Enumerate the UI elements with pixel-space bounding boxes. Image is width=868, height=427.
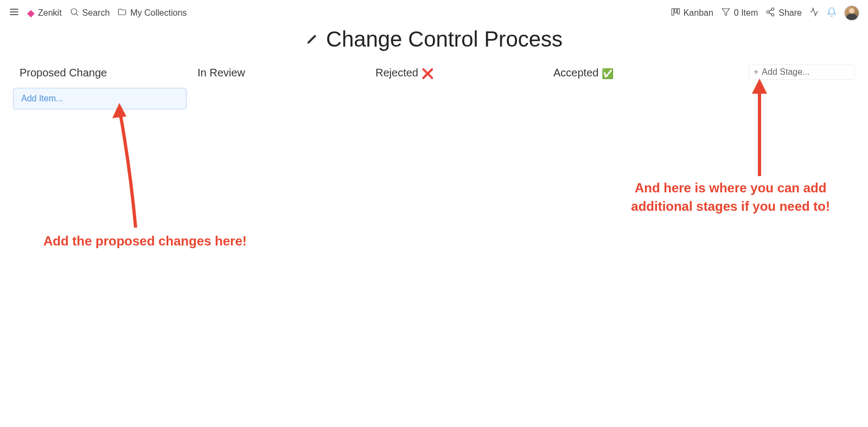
bell-icon xyxy=(827,7,837,19)
kanban-icon xyxy=(671,7,680,19)
add-item-input[interactable] xyxy=(13,88,187,109)
annotation-left: Add the proposed changes here! xyxy=(43,232,247,250)
share-icon xyxy=(765,7,775,19)
annotation-arrow-right xyxy=(743,79,776,179)
annotation-right-line1: And here is where you can add xyxy=(635,180,826,195)
filter-icon xyxy=(721,7,731,19)
collections-label: My Collections xyxy=(130,8,187,18)
svg-marker-14 xyxy=(112,103,126,118)
view-mode-label: Kanban xyxy=(684,8,713,18)
annotation-right: And here is where you can add additional… xyxy=(631,179,830,215)
header-right: Kanban 0 Item Share xyxy=(671,5,859,21)
column-header[interactable]: Proposed Change xyxy=(13,62,187,83)
column-accepted: Accepted ✅ xyxy=(547,62,720,88)
diamond-icon: ◆ xyxy=(27,7,35,19)
column-label: Rejected xyxy=(375,67,418,79)
title-wrapper[interactable]: Change Control Process xyxy=(305,27,563,51)
search-label: Search xyxy=(82,8,110,18)
column-in-review: In Review xyxy=(191,62,365,88)
add-stage-button[interactable]: + xyxy=(749,64,855,80)
column-label: Proposed Change xyxy=(20,67,107,79)
svg-line-12 xyxy=(769,10,772,11)
avatar[interactable] xyxy=(844,5,859,21)
column-label: In Review xyxy=(197,67,245,79)
column-label: Accepted xyxy=(553,67,598,79)
filter-label: 0 Item xyxy=(734,8,758,18)
check-icon: ✅ xyxy=(602,68,614,79)
filter-button[interactable]: 0 Item xyxy=(721,7,758,19)
svg-line-13 xyxy=(769,12,772,14)
svg-rect-6 xyxy=(674,9,676,13)
share-label: Share xyxy=(778,8,802,18)
notifications-button[interactable] xyxy=(827,7,837,19)
folder-icon xyxy=(117,7,127,19)
column-proposed-change: Proposed Change xyxy=(13,62,187,109)
share-button[interactable]: Share xyxy=(765,7,802,19)
column-header[interactable]: Accepted ✅ xyxy=(547,62,720,84)
svg-point-10 xyxy=(767,11,770,14)
column-header[interactable]: Rejected ❌ xyxy=(369,62,542,84)
svg-line-4 xyxy=(76,14,78,15)
pencil-icon xyxy=(305,31,320,48)
svg-point-11 xyxy=(772,14,775,16)
annotation-right-line2: additional stages if you need to! xyxy=(631,199,830,214)
brand-label: Zenkit xyxy=(38,8,62,18)
top-header: ◆ Zenkit Search My Collections Kanban xyxy=(0,0,868,26)
svg-marker-8 xyxy=(722,9,730,15)
column-header[interactable]: In Review xyxy=(191,62,365,83)
page-title: Change Control Process xyxy=(326,27,563,51)
svg-rect-7 xyxy=(677,9,679,14)
svg-point-9 xyxy=(772,8,775,11)
header-left: ◆ Zenkit Search My Collections xyxy=(9,7,187,20)
title-row: Change Control Process xyxy=(0,26,868,62)
menu-icon[interactable] xyxy=(9,7,20,20)
search-icon xyxy=(69,7,79,19)
view-mode-button[interactable]: Kanban xyxy=(671,7,713,19)
svg-marker-15 xyxy=(752,79,767,94)
kanban-board: Proposed Change In Review Rejected ❌ Acc… xyxy=(0,62,868,109)
collections-link[interactable]: My Collections xyxy=(117,7,187,19)
cross-icon: ❌ xyxy=(422,68,433,79)
svg-rect-5 xyxy=(672,9,674,15)
annotation-arrow-left xyxy=(106,103,144,233)
brand-link[interactable]: ◆ Zenkit xyxy=(27,7,62,19)
column-rejected: Rejected ❌ xyxy=(369,62,542,88)
svg-point-3 xyxy=(71,9,77,15)
search-button[interactable]: Search xyxy=(69,7,110,19)
add-stage-input[interactable] xyxy=(762,67,850,77)
plus-icon: + xyxy=(754,67,758,77)
activity-button[interactable] xyxy=(809,7,819,19)
activity-icon xyxy=(809,7,819,19)
